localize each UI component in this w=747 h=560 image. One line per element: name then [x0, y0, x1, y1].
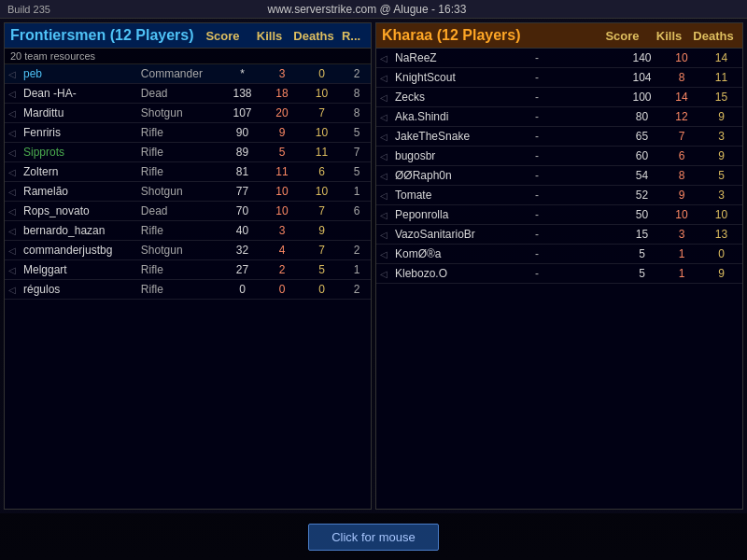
player-icon: ◁ — [376, 127, 391, 147]
player-name: peb — [20, 64, 137, 84]
bottom-bar: Click for mouse — [0, 513, 747, 560]
orange-player-row: ◁ JakeTheSnake - 65 7 3 — [376, 127, 742, 147]
player-kills: 7 — [663, 127, 700, 147]
player-icon: ◁ — [376, 147, 391, 166]
teams-container: Frontiersmen (12 Players) Score Kills De… — [0, 19, 747, 513]
player-deaths: 0 — [301, 64, 343, 84]
player-deaths: 9 — [700, 264, 742, 284]
player-name: Zoltern — [20, 162, 137, 182]
player-kills: 2 — [263, 260, 301, 280]
blue-kills-col: Kills — [248, 29, 290, 43]
blue-player-row: ◁ bernardo_hazan Rifle 40 3 9 — [5, 221, 371, 241]
player-class: Rifle — [137, 123, 221, 143]
player-name: KnightScout — [391, 68, 531, 88]
player-name: JakeTheSnake — [391, 127, 531, 147]
player-class: - — [531, 186, 621, 205]
player-score: 140 — [621, 49, 663, 68]
orange-player-row: ◁ Peponrolla - 50 10 10 — [376, 205, 742, 225]
player-kills: 1 — [663, 245, 700, 264]
player-name: Rops_novato — [20, 202, 137, 221]
player-class: - — [531, 147, 621, 166]
player-icon: ◁ — [376, 245, 391, 264]
player-score: * — [221, 64, 263, 84]
orange-player-row: ◁ NaReeZ - 140 10 14 — [376, 49, 742, 68]
player-icon: ◁ — [5, 84, 20, 104]
player-class: - — [531, 264, 621, 284]
player-class: Rifle — [137, 221, 221, 241]
player-score: 104 — [621, 68, 663, 88]
player-class: Dead — [137, 202, 221, 221]
player-res: 6 — [343, 202, 371, 221]
player-score: 89 — [221, 143, 263, 162]
blue-player-row: ◁ Fenriris Rifle 90 9 10 5 — [5, 123, 371, 143]
player-kills: 3 — [263, 221, 301, 241]
player-icon: ◁ — [376, 68, 391, 88]
player-class: - — [531, 166, 621, 186]
orange-team-title: Kharaa (12 Players) — [382, 27, 597, 44]
player-deaths: 13 — [700, 225, 742, 245]
player-name: commanderjustbg — [20, 241, 137, 260]
player-kills: 5 — [263, 143, 301, 162]
blue-team-header: Frontiersmen (12 Players) Score Kills De… — [5, 23, 371, 49]
player-name: Zecks — [391, 88, 531, 107]
player-class: - — [531, 49, 621, 68]
player-score: 107 — [221, 104, 263, 123]
orange-player-row: ◁ Tomate - 52 9 3 — [376, 186, 742, 205]
player-kills: 4 — [263, 241, 301, 260]
player-kills: 1 — [663, 264, 700, 284]
player-name: Mardittu — [20, 104, 137, 123]
blue-player-row: ◁ Dean -HA- Dead 138 18 10 8 — [5, 84, 371, 104]
player-kills: 3 — [263, 64, 301, 84]
player-deaths: 9 — [301, 221, 343, 241]
orange-player-table: ◁ NaReeZ - 140 10 14 ◁ KnightScout - 104… — [376, 49, 742, 284]
player-name: Sipprots — [20, 143, 137, 162]
player-icon: ◁ — [376, 49, 391, 68]
player-score: 40 — [221, 221, 263, 241]
player-deaths: 7 — [301, 202, 343, 221]
player-res: 1 — [343, 182, 371, 202]
player-deaths: 7 — [301, 104, 343, 123]
player-res — [343, 221, 371, 241]
player-class: Rifle — [137, 143, 221, 162]
player-name: bernardo_hazan — [20, 221, 137, 241]
player-class: - — [531, 88, 621, 107]
player-class: Shotgun — [137, 241, 221, 260]
server-info: www.serverstrike.com @ Alugue - 16:33 — [267, 3, 466, 16]
player-class: Rifle — [137, 260, 221, 280]
orange-player-row: ◁ VazoSanitarioBr - 15 3 13 — [376, 225, 742, 245]
player-name: ØØRaph0n — [391, 166, 531, 186]
player-kills: 11 — [263, 162, 301, 182]
player-deaths: 6 — [301, 162, 343, 182]
player-res: 2 — [343, 280, 371, 300]
player-name: bugosbr — [391, 147, 531, 166]
orange-team-header: Kharaa (12 Players) Score Kills Deaths — [376, 23, 742, 49]
player-score: 60 — [621, 147, 663, 166]
build-label: Build 235 — [7, 4, 50, 15]
player-kills: 14 — [663, 88, 700, 107]
player-kills: 10 — [263, 202, 301, 221]
player-name: Melggart — [20, 260, 137, 280]
blue-player-table: ◁ peb Commander * 3 0 2 ◁ Dean -HA- Dead… — [5, 64, 371, 300]
player-res: 1 — [343, 260, 371, 280]
orange-player-row: ◁ KnightScout - 104 8 11 — [376, 68, 742, 88]
player-deaths: 10 — [301, 84, 343, 104]
player-deaths: 9 — [700, 147, 742, 166]
click-mouse-button[interactable]: Click for mouse — [308, 524, 439, 551]
player-score: 5 — [621, 264, 663, 284]
player-res: 2 — [343, 241, 371, 260]
player-score: 100 — [621, 88, 663, 107]
player-score: 54 — [621, 166, 663, 186]
player-kills: 0 — [263, 280, 301, 300]
player-icon: ◁ — [5, 104, 20, 123]
player-score: 32 — [221, 241, 263, 260]
player-score: 0 — [221, 280, 263, 300]
player-icon: ◁ — [376, 225, 391, 245]
player-icon: ◁ — [376, 166, 391, 186]
player-name: Tomate — [391, 186, 531, 205]
player-kills: 9 — [263, 123, 301, 143]
player-score: 27 — [221, 260, 263, 280]
player-deaths: 15 — [700, 88, 742, 107]
player-icon: ◁ — [376, 264, 391, 284]
player-deaths: 9 — [700, 107, 742, 127]
orange-kills-col: Kills — [648, 29, 690, 43]
